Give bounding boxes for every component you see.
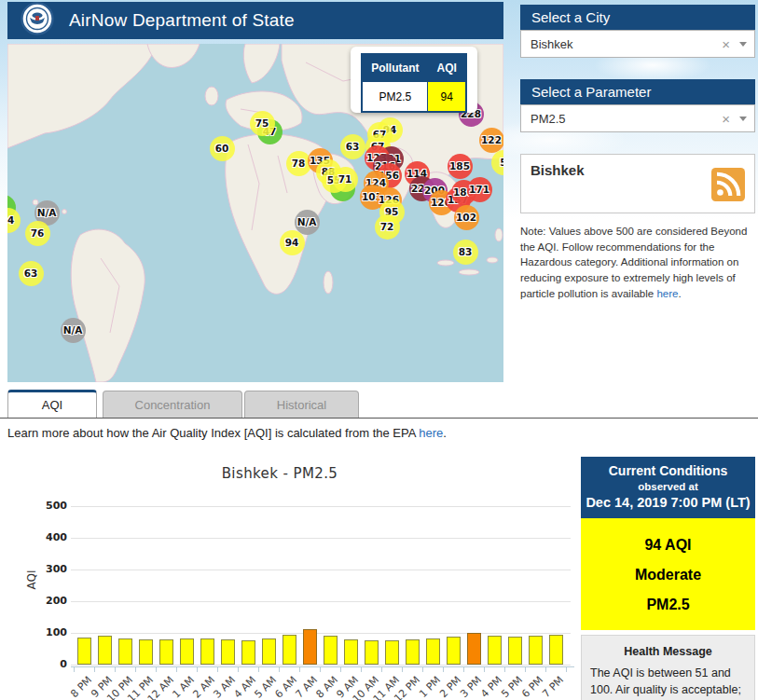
aqi-bubble[interactable]: 102: [454, 205, 479, 230]
rss-icon[interactable]: [711, 168, 745, 205]
aqi-bar: [385, 640, 399, 665]
aqi-bubble[interactable]: 83: [453, 240, 478, 265]
x-axis-tick: [258, 667, 259, 672]
aqi-bubble[interactable]: 122: [479, 128, 504, 153]
y-axis-tick: 100: [28, 626, 67, 638]
x-axis-tick: [566, 667, 567, 672]
map-popup: Pollutant AQI PM2.5 94: [351, 47, 477, 113]
y-axis-tick: 500: [28, 500, 67, 512]
tab-bar: AQI Concentration Historical: [0, 390, 758, 419]
popup-pollutant-value: PM2.5: [362, 82, 428, 112]
x-axis-tick: [299, 667, 300, 672]
select-city-header: Select a City: [520, 5, 755, 30]
city-clear-icon[interactable]: ×: [722, 37, 730, 51]
learn-more-period: .: [443, 426, 447, 440]
city-select-value: Bishkek: [531, 37, 722, 51]
y-axis-tick: 400: [28, 531, 67, 543]
beyond-aqi-note: Note: Values above 500 are considered Be…: [520, 224, 755, 301]
x-axis-tick: [361, 667, 362, 672]
aqi-bar: [344, 639, 358, 665]
aqi-bubble[interactable]: 60: [210, 136, 235, 161]
x-axis-tick: [217, 667, 218, 672]
aqi-bar: [488, 636, 502, 665]
x-axis-tick: [115, 667, 116, 672]
aqi-bar: [324, 636, 338, 665]
note-here-link[interactable]: here: [656, 288, 678, 299]
tab-aqi[interactable]: AQI: [7, 390, 97, 418]
parameter-select-value: PM2.5: [531, 112, 722, 126]
aqi-bar: [426, 638, 440, 665]
current-conditions-panel: Current Conditions observed at Dec 14, 2…: [581, 457, 755, 700]
cc-aqi-category: Moderate: [581, 567, 755, 583]
state-department-seal-icon: [21, 2, 54, 39]
aqi-bar: [159, 639, 173, 665]
gridline: [71, 633, 571, 634]
world-aqi-map[interactable]: 54N/A7663N/A477560N/A9478135885571639467…: [7, 44, 503, 382]
aqi-bubble[interactable]: 171: [467, 177, 492, 202]
x-axis-tick: [463, 667, 464, 672]
gridline: [71, 506, 571, 507]
aqi-bar: [139, 639, 153, 665]
cc-aqi-box: 94 AQI Moderate PM2.5: [581, 518, 755, 630]
parameter-select[interactable]: PM2.5 ×: [520, 104, 755, 132]
aqi-bubble[interactable]: 72: [375, 214, 400, 240]
cc-aqi-value: 94 AQI: [581, 537, 755, 554]
tab-concentration[interactable]: Concentration: [103, 391, 242, 418]
aqi-bubble[interactable]: 76: [25, 221, 50, 246]
aqi-bar: [447, 637, 461, 665]
x-axis-tick: [279, 667, 280, 672]
x-axis-tick: [381, 667, 382, 672]
cc-health-section: Health Message The AQI is between 51 and…: [581, 635, 755, 700]
aqi-bar: [549, 635, 563, 665]
aqi-bubble[interactable]: 94: [280, 230, 305, 255]
aqi-bar: [200, 638, 214, 665]
learn-more-here-link[interactable]: here: [419, 426, 443, 440]
y-axis-tick: 300: [28, 563, 67, 575]
current-conditions-header: Current Conditions observed at Dec 14, 2…: [581, 457, 755, 518]
aqi-bar: [262, 638, 276, 665]
aqi-bar: [98, 636, 112, 665]
aqi-bar: [241, 640, 255, 665]
x-axis-tick: [422, 667, 423, 672]
aqi-bubble[interactable]: 75: [250, 111, 275, 136]
popup-col-aqi: AQI: [428, 54, 466, 82]
aqi-bar: [77, 638, 91, 665]
city-select[interactable]: Bishkek ×: [520, 30, 755, 58]
x-axis-tick: [545, 667, 546, 672]
x-axis-tick: [320, 667, 321, 672]
aqi-bar: [467, 633, 481, 665]
city-caret-icon[interactable]: [739, 42, 747, 47]
y-axis-tick: 200: [28, 595, 67, 607]
cc-health-header: Health Message: [582, 645, 754, 658]
learn-more-before: Learn more about how the Air Quality Ind…: [7, 426, 419, 440]
x-axis-tick: [197, 667, 198, 672]
aqi-bar: [283, 635, 296, 665]
page-title: AirNow Department of State: [69, 10, 295, 31]
tab-historical[interactable]: Historical: [244, 391, 359, 418]
x-axis-tick: [94, 667, 95, 672]
select-parameter-header: Select a Parameter: [520, 79, 755, 104]
chart-title: Bishkek - PM2.5: [0, 465, 559, 482]
parameter-clear-icon[interactable]: ×: [722, 112, 730, 126]
x-axis-tick: [340, 667, 341, 672]
aqi-bar: [180, 638, 194, 665]
aqi-bar: [508, 637, 522, 665]
x-axis-tick: [135, 667, 136, 672]
x-axis-tick: [156, 667, 157, 672]
aqi-bubble[interactable]: 71: [333, 167, 358, 192]
aqi-bubble[interactable]: 63: [19, 261, 44, 286]
gridline: [71, 538, 571, 539]
x-axis-tick: [484, 667, 485, 672]
aqi-bubble[interactable]: 63: [340, 134, 365, 159]
aqi-bubble[interactable]: 185: [448, 154, 473, 179]
gridline: [71, 570, 571, 570]
note-text: Note: Values above 500 are considered Be…: [520, 226, 747, 299]
city-feed-box: Bishkek: [520, 154, 755, 213]
aqi-bar: [365, 640, 379, 665]
aqi-bar: [118, 638, 132, 665]
aqi-bubble[interactable]: N/A: [61, 318, 86, 343]
aqi-bar: [221, 639, 235, 665]
x-axis-tick: [402, 667, 403, 672]
popup-aqi-value: 94: [428, 82, 466, 112]
parameter-caret-icon[interactable]: [739, 117, 747, 121]
